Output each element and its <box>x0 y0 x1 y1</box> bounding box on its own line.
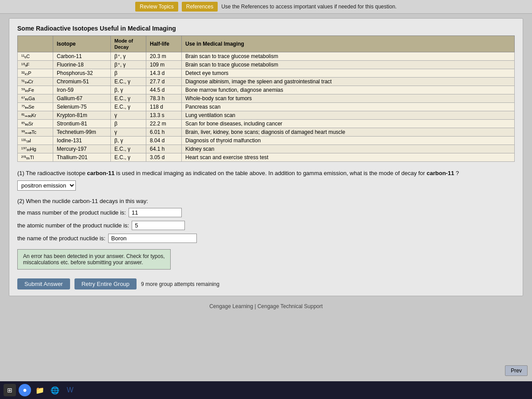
atomic-number-input[interactable] <box>132 221 185 230</box>
col-header-use: Use in Medical Imaging <box>182 36 515 52</box>
table-row: ²⁰¹₈₁Tl Thallium-201 E.C., γ 3.05 d Hear… <box>18 153 515 162</box>
question-2-block: (2) When the nuclide carbon-11 decays in… <box>17 197 515 243</box>
attempts-label: 9 more group attempts remaining <box>141 281 219 287</box>
col-header-name: Isotope <box>53 36 111 52</box>
isotope-use: Lung ventilation scan <box>182 111 515 120</box>
isotope-name: Iron-59 <box>53 86 111 94</box>
table-row: ⁸⁵₃₈Sr Strontium-81 β 22.2 m Scan for bo… <box>18 120 515 128</box>
retry-group-button[interactable]: Retry Entire Group <box>74 278 137 289</box>
isotope-halflife: 78.3 h <box>146 94 182 103</box>
isotope-name: Phosphorus-32 <box>53 69 111 78</box>
isotope-mode: β <box>111 69 146 78</box>
isotope-use: Diagnose albinism, image the spleen and … <box>182 78 515 86</box>
prev-button[interactable]: Prev <box>505 365 528 376</box>
isotope-use: Whole-body scan for tumors <box>182 94 515 103</box>
isotope-mode: β, γ <box>111 86 146 94</box>
isotope-symbol: ¹³¹₅₃I <box>18 137 53 145</box>
isotope-mode: β⁺, γ <box>111 52 146 61</box>
mass-label: the mass number of the product nuclide i… <box>17 209 126 216</box>
isotope-symbol: ⁹⁹ₘ₄₃Tc <box>18 128 53 137</box>
taskbar-folder-icon[interactable]: 📁 <box>34 384 46 396</box>
error-line1: An error has been detected in your answe… <box>23 253 165 259</box>
table-row: ⁷⁵₃₄Se Selenium-75 E.C., γ 118 d Pancrea… <box>18 103 515 111</box>
isotope-mode: γ <box>111 128 146 137</box>
isotope-mode: E.C., γ <box>111 94 146 103</box>
mass-number-input[interactable] <box>129 208 182 217</box>
isotope-name: Strontium-81 <box>53 120 111 128</box>
table-row: ⁸¹ₘ₃₆Kr Krypton-81m γ 13.3 s Lung ventil… <box>18 111 515 120</box>
top-bar: Review Topics References Use the Referen… <box>0 0 532 14</box>
mass-number-row: the mass number of the product nuclide i… <box>17 208 515 217</box>
isotope-halflife: 6.01 h <box>146 128 182 137</box>
table-row: ¹³¹₅₃I Iodine-131 β, γ 8.04 d Diagnosis … <box>18 137 515 145</box>
nuclide-name-label: the name of the product nuclide is: <box>17 235 106 242</box>
isotope-halflife: 27.7 d <box>146 78 182 86</box>
isotope-use: Detect eye tumors <box>182 69 515 78</box>
isotope-name: Chromium-51 <box>53 78 111 86</box>
isotope-halflife: 20.3 m <box>146 52 182 61</box>
isotope-halflife: 22.2 m <box>146 120 182 128</box>
isotope-symbol: ¹⁹⁷₈₀Hg <box>18 145 53 153</box>
isotope-symbol: ¹¹₆C <box>18 52 53 61</box>
question-1-text: (1) The radioactive isotope carbon-11 is… <box>17 169 515 178</box>
nuclide-name-input[interactable] <box>108 234 197 243</box>
isotope-symbol: ⁷⁵₃₄Se <box>18 103 53 111</box>
footer: Cengage Learning | Cengage Technical Sup… <box>0 301 532 312</box>
table-row: ³²₁₅P Phosphorus-32 β 14.3 d Detect eye … <box>18 69 515 78</box>
isotope-mode: E.C., γ <box>111 103 146 111</box>
isotope-name: Gallium-67 <box>53 94 111 103</box>
col-header-halflife: Half-life <box>146 36 182 52</box>
q1-answer-row: positron emissionbeta emissionelectron c… <box>17 180 515 191</box>
table-row: ⁶⁷₃₁Ga Gallium-67 E.C., γ 78.3 h Whole-b… <box>18 94 515 103</box>
isotope-mode: β⁺, γ <box>111 61 146 69</box>
table-row: ¹⁹⁷₈₀Hg Mercury-197 E.C., γ 64.1 h Kidne… <box>18 145 515 153</box>
isotope-name: Technetium-99m <box>53 128 111 137</box>
isotope-use: Brain scan to trace glucose metabolism <box>182 61 515 69</box>
isotope-mode: E.C., γ <box>111 145 146 153</box>
taskbar-chrome-icon[interactable]: ● <box>19 384 31 396</box>
taskbar-start-icon[interactable]: ⊞ <box>4 384 16 396</box>
main-content: Some Radioactive Isotopes Useful in Medi… <box>9 18 523 296</box>
footer-text: Cengage Learning | Cengage Technical Sup… <box>209 303 323 309</box>
isotope-use: Pancreas scan <box>182 103 515 111</box>
isotope-use: Bone marrow function, diagnose anemias <box>182 86 515 94</box>
isotope-use: Scan for bone diseases, including cancer <box>182 120 515 128</box>
isotope-use: Diagnosis of thyroid malfunction <box>182 137 515 145</box>
error-box: An error has been detected in your answe… <box>17 249 171 270</box>
references-button[interactable]: References <box>182 2 218 12</box>
isotope-halflife: 8.04 d <box>146 137 182 145</box>
question-2-intro: (2) When the nuclide carbon-11 decays in… <box>17 197 515 206</box>
isotope-halflife: 64.1 h <box>146 145 182 153</box>
taskbar: ⊞ ● 📁 🌐 W <box>0 381 532 399</box>
isotope-mode: β <box>111 120 146 128</box>
isotope-name: Thallium-201 <box>53 153 111 162</box>
table-row: ⁵¹₂₄Cr Chromium-51 E.C., γ 27.7 d Diagno… <box>18 78 515 86</box>
review-topics-button[interactable]: Review Topics <box>135 2 178 12</box>
isotope-halflife: 109 m <box>146 61 182 69</box>
question-1-block: (1) The radioactive isotope carbon-11 is… <box>17 169 515 191</box>
table-row: ¹¹₆C Carbon-11 β⁺, γ 20.3 m Brain scan t… <box>18 52 515 61</box>
isotope-symbol: ⁸⁵₃₈Sr <box>18 120 53 128</box>
atomic-label: the atomic number of the product nuclide… <box>17 222 129 229</box>
col-header-symbol <box>18 36 53 52</box>
isotope-name: Carbon-11 <box>53 52 111 61</box>
taskbar-edge-icon[interactable]: 🌐 <box>49 384 61 396</box>
isotope-symbol: ⁸¹ₘ₃₆Kr <box>18 111 53 120</box>
isotope-use: Kidney scan <box>182 145 515 153</box>
isotope-name: Mercury-197 <box>53 145 111 153</box>
instruction-text: Use the References to access important v… <box>221 2 397 12</box>
isotope-use: Heart scan and exercise stress test <box>182 153 515 162</box>
isotope-mode: γ <box>111 111 146 120</box>
isotope-halflife: 3.05 d <box>146 153 182 162</box>
submit-answer-button[interactable]: Submit Answer <box>17 278 70 289</box>
decay-mode-select[interactable]: positron emissionbeta emissionelectron c… <box>17 180 76 191</box>
isotope-mode: E.C., γ <box>111 153 146 162</box>
isotope-name: Selenium-75 <box>53 103 111 111</box>
taskbar-word-icon[interactable]: W <box>64 384 76 396</box>
isotope-name: Iodine-131 <box>53 137 111 145</box>
col-header-mode: Mode of Decay <box>111 36 146 52</box>
isotope-table: Isotope Mode of Decay Half-life Use in M… <box>17 35 515 162</box>
isotope-symbol: ³²₁₅P <box>18 69 53 78</box>
table-title: Some Radioactive Isotopes Useful in Medi… <box>17 25 515 32</box>
isotope-symbol: ⁵¹₂₄Cr <box>18 78 53 86</box>
